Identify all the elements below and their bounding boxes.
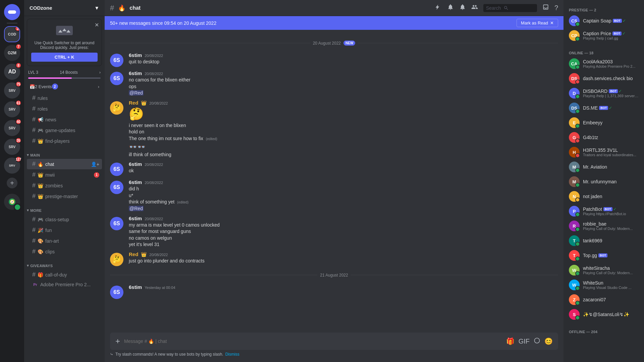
events-bar[interactable]: 📅 2 Events 2 ›	[24, 81, 105, 92]
giveaways-category[interactable]: ▾ GIVEAWAYS	[24, 258, 105, 269]
search-box[interactable]: Search	[483, 4, 537, 12]
channel-item-roles[interactable]: # roles	[27, 104, 102, 114]
channel-item-clips[interactable]: # 🎨 clips	[27, 246, 102, 257]
add-server-button[interactable]: +	[7, 178, 17, 188]
mention[interactable]: @Red	[129, 206, 144, 211]
add-member-icon[interactable]: 👤+	[91, 162, 99, 167]
channel-item-rules[interactable]: # rules	[27, 93, 102, 103]
message-username[interactable]: 6stim	[129, 70, 142, 76]
server-header[interactable]: CODzone ▼	[24, 0, 105, 16]
mark-as-read-button[interactable]: Mark as Read ✕	[517, 19, 558, 27]
avatar[interactable]: 6S	[110, 286, 123, 299]
member-item-dsme[interactable]: DS DS.ME BOT ✓	[566, 101, 641, 115]
threads-button[interactable]	[435, 4, 442, 12]
member-item-h3rtl355[interactable]: H H3RTL355 3V1L Traitors and loyal subor…	[566, 145, 641, 160]
member-item-coolarka[interactable]: CA CoolArka2003 Playing Adobe Premiere P…	[566, 56, 641, 71]
message-username[interactable]: 6stim	[129, 216, 142, 221]
avatar[interactable]: 6S	[110, 54, 123, 67]
avatar[interactable]: 6S	[110, 181, 123, 194]
avatar[interactable]: 🤔	[110, 101, 123, 115]
chat-input-add-button[interactable]: +	[115, 333, 120, 350]
member-item-patchbot[interactable]: P PatchBot BOT ✓ Playing https://PatchBo…	[566, 204, 641, 219]
message-header: 6stim 20/08/2022	[129, 179, 558, 185]
main-category[interactable]: ▾ MAIN	[24, 147, 105, 159]
dismiss-link[interactable]: Dismiss	[225, 352, 239, 357]
messages-area[interactable]: 20 August 2022 NEW 6S 6stim 20/08/2022 q…	[105, 30, 564, 333]
sticker-button[interactable]	[534, 337, 540, 346]
boost-chevron[interactable]: ›	[99, 70, 101, 75]
discover-servers[interactable]: 🧭	[4, 194, 20, 210]
member-item-captain-soap[interactable]: CS Captain Soap BOT ✓	[566, 13, 641, 28]
chat-input-field[interactable]	[124, 335, 502, 348]
member-item-disboard[interactable]: D DISBOARD BOT ✓ Playing /help | 1,371,3…	[566, 86, 641, 101]
channel-item-fun[interactable]: # 🎉 fun	[27, 225, 102, 235]
member-item-robbie-bae[interactable]: R robbie_bae Playing Call of Duty: Moder…	[566, 219, 641, 233]
member-item-not-jaden[interactable]: N not jaden	[566, 189, 641, 204]
member-item-topgg[interactable]: T Top.gg BOT	[566, 248, 641, 263]
member-name: dash.services.check bio	[583, 76, 639, 81]
server-icon-6[interactable]: 35 SRV	[4, 139, 20, 155]
help-button[interactable]: ?	[554, 4, 558, 12]
gift-button[interactable]: 🎁	[506, 337, 515, 345]
ctrl-k-button[interactable]: CTRL + K	[31, 53, 98, 62]
server-icon-3[interactable]: 75 SRV	[4, 82, 20, 99]
server-icon-7[interactable]: 127 SRV	[4, 158, 20, 174]
new-messages-banner[interactable]: 50+ new messages since 09:54 on 20 Augus…	[105, 16, 564, 30]
member-item-mr-unfunnyman[interactable]: M Mr. unfunnyman	[566, 174, 641, 189]
channel-item-prestige-master[interactable]: # 👑 prestige-master	[27, 191, 102, 201]
message-text: no camos for the blixen either	[129, 77, 558, 83]
reminder-button[interactable]	[447, 4, 454, 12]
message-timestamp: 20/08/2022	[145, 217, 163, 221]
avatar[interactable]: 6S	[110, 217, 123, 230]
channel-item-class-setup[interactable]: # 🎮 class-setup	[27, 214, 102, 225]
avatar[interactable]: 🤔	[110, 253, 123, 266]
member-item-caption-price[interactable]: CP Caption Price BOT ✓ Playing !help | c…	[566, 28, 641, 43]
mention[interactable]: @Red	[129, 90, 144, 96]
notification-button[interactable]	[459, 4, 466, 12]
avatar[interactable]: 6S	[110, 163, 123, 176]
message-username[interactable]: Red	[129, 100, 138, 106]
message-text: did h	[129, 186, 558, 192]
emoji-button[interactable]: 😊	[544, 337, 553, 345]
server-icon-1[interactable]: G2M 7	[4, 45, 20, 61]
gif-button[interactable]: GIF	[519, 338, 530, 345]
member-item-mr-aviation[interactable]: M Mr. Aviation	[566, 160, 641, 174]
message-content: Red 👑 20/08/2022 just go into plunder an…	[129, 251, 558, 266]
inbox-button[interactable]	[542, 4, 549, 12]
more-category[interactable]: ▾ MORE	[24, 203, 105, 214]
quick-switcher-icon	[54, 23, 74, 38]
message-username[interactable]: 6stim	[129, 179, 142, 185]
message-username[interactable]: 6stim	[129, 52, 142, 58]
server-icon-2[interactable]: AD 8	[4, 64, 20, 80]
member-item-dash-services[interactable]: DS dash.services.check bio	[566, 71, 641, 86]
bot-tag: BOT	[609, 89, 618, 93]
channel-item-mwii[interactable]: # 👑 mwii 1	[27, 170, 102, 180]
member-item-tank6969[interactable]: T tank6969	[566, 233, 641, 248]
channel-item-fan-art[interactable]: # 🎨 fan-art	[27, 236, 102, 246]
message-username[interactable]: 6stim	[129, 284, 142, 290]
discord-home-button[interactable]	[4, 4, 20, 20]
member-item-whitesun[interactable]: W WhiteSun Playing Visual Studio Code ..…	[566, 278, 641, 292]
channel-item-premiere[interactable]: Pr Adobe Premiere Pro 2...	[27, 280, 102, 289]
server-icon-codzone[interactable]: COD 2	[4, 26, 20, 42]
server-icon-5[interactable]: 40 SRV	[4, 120, 20, 136]
channel-item-call-of-duy[interactable]: # 🎁 call-of-duy	[27, 269, 102, 280]
member-item-zacaroni07[interactable]: Z zacaroni07	[566, 292, 641, 307]
member-item-whitesiracha[interactable]: W whiteSiracha Playing Call of Duty: Mod…	[566, 263, 641, 278]
message-username[interactable]: 6stim	[129, 161, 142, 167]
members-button[interactable]	[471, 4, 478, 12]
close-quick-switcher-button[interactable]: ✕	[95, 22, 99, 28]
avatar[interactable]: 6S	[110, 72, 123, 85]
channel-item-game-updates[interactable]: # 🎮 game-updates	[27, 125, 102, 135]
channel-item-find-players[interactable]: # 👑 find-players	[27, 136, 102, 146]
member-item-embeeyy[interactable]: E Embeeyy	[566, 115, 641, 130]
channel-sidebar-content: ✕ Use Quick Switcher to get around Disco…	[24, 16, 105, 362]
member-item-satansloli[interactable]: S ✨↯@SatansLoli↯✨	[566, 307, 641, 322]
channel-item-zombies[interactable]: # 👑 zombies	[27, 180, 102, 191]
message-username[interactable]: Red	[129, 251, 138, 257]
channel-item-news[interactable]: # 📢 news	[27, 114, 102, 125]
thinking-emoji: 🤔	[129, 107, 558, 121]
server-icon-4[interactable]: 61 SRV	[4, 101, 20, 117]
member-item-g4b1tz[interactable]: G G4b1tz	[566, 130, 641, 145]
channel-item-chat[interactable]: # 🔥 chat 👤+	[27, 159, 102, 169]
